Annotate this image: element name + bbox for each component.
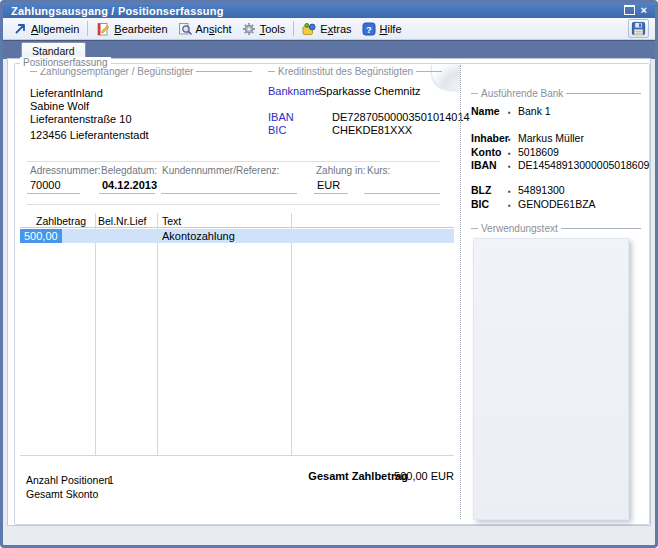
amount-cell-selected[interactable]: 500,00 <box>20 229 62 243</box>
restore-icon <box>624 5 635 15</box>
groupbox-title: Positionserfassung <box>20 57 111 68</box>
payee-city: 123456 Lieferantenstadt <box>30 129 149 141</box>
anzahl-positionen-value: 1 <box>108 474 114 486</box>
table-column-divider <box>291 213 292 455</box>
field-kurs[interactable]: Kurs: <box>364 165 440 194</box>
extras-box-icon <box>302 22 316 36</box>
gear-icon <box>242 22 256 36</box>
bank-row-bic: BIC GENODE61BZA <box>471 198 596 210</box>
divider <box>27 161 440 162</box>
bullet-icon <box>508 184 511 196</box>
svg-text:?: ? <box>366 23 372 34</box>
save-button[interactable] <box>628 19 649 38</box>
payee-bank-legend: Kreditinstitut des Begünstigten <box>268 66 442 77</box>
bank-row-name: Name Bank 1 <box>471 105 551 117</box>
table-row-selected[interactable]: 500,00 Akontozahlung <box>20 229 454 243</box>
bullet-icon <box>508 198 511 210</box>
payee-contact: Sabine Wolf <box>30 100 89 112</box>
iban-value: DE72870500003501014014 <box>332 111 470 123</box>
arrow-up-right-icon <box>14 22 27 35</box>
menu-allgemein[interactable]: Allgemein <box>9 20 84 37</box>
toolbar-separator <box>87 21 88 36</box>
edit-note-icon <box>96 22 110 36</box>
gesamt-skonto-label: Gesamt Skonto <box>26 488 98 500</box>
payee-street: Lieferantenstraße 10 <box>30 113 132 125</box>
table-column-divider <box>95 213 96 455</box>
menu-tools[interactable]: Tools <box>237 20 291 38</box>
payee-name: LieferantInland <box>30 87 103 99</box>
menu-bearbeiten[interactable]: Bearbeiten <box>91 20 172 38</box>
gesamt-zahlbetrag-value: 500,00 EUR <box>354 470 454 482</box>
column-header-zahlbetrag[interactable]: Zahlbetrag <box>36 215 86 227</box>
menu-toolbar: Allgemein Bearbeiten Ansicht Tools Extra… <box>3 18 655 40</box>
ausfuehrende-bank-legend: Ausführende Bank <box>471 88 641 99</box>
menu-ansicht[interactable]: Ansicht <box>173 20 237 38</box>
column-header-bel-nr-lief[interactable]: Bel.Nr.Lief <box>98 215 146 227</box>
table-column-divider <box>157 213 158 455</box>
help-icon: ? <box>362 22 376 36</box>
toolbar-separator <box>293 21 294 36</box>
app-window: Zahlungsausgang / Positionserfassung × A… <box>0 0 658 548</box>
bank-row-blz: BLZ 54891300 <box>471 184 565 196</box>
bank-row-konto: Konto 5018609 <box>471 146 559 158</box>
table-header-divider <box>20 227 454 228</box>
close-icon: × <box>641 4 647 16</box>
panel-separator <box>460 65 461 519</box>
divider <box>27 204 440 205</box>
bankname-label: Bankname <box>268 85 321 97</box>
content-area: Positionserfassung Zahlungsempfänger / B… <box>7 58 651 526</box>
iban-label: IBAN <box>268 111 294 123</box>
verwendungstext-input[interactable] <box>473 238 629 520</box>
table-bottom-divider <box>20 455 454 456</box>
menu-extras[interactable]: Extras <box>297 20 356 38</box>
bic-label: BIC <box>268 124 286 136</box>
close-button[interactable]: × <box>641 5 647 16</box>
field-kundennummer-referenz[interactable]: Kundennummer/Referenz: <box>161 165 297 194</box>
title-bar: Zahlungsausgang / Positionserfassung × <box>3 3 655 18</box>
field-zahlung-in[interactable]: Zahlung in: EUR <box>314 165 348 194</box>
bullet-icon <box>508 159 511 171</box>
anzahl-positionen-label: Anzahl Positionen <box>26 474 110 486</box>
bullet-icon <box>508 132 511 144</box>
bank-row-iban: IBAN DE14548913000005018609 <box>471 159 649 171</box>
floppy-disk-icon <box>631 21 646 36</box>
field-adressnummer[interactable]: Adressnummer: 70000 <box>27 165 80 194</box>
menu-hilfe[interactable]: ? Hilfe <box>357 20 407 38</box>
bic-value: CHEKDE81XXX <box>332 124 412 136</box>
window-title: Zahlungsausgang / Positionserfassung <box>3 5 224 17</box>
bankname-value: Sparkasse Chemnitz <box>319 85 421 97</box>
bank-row-inhaber: Inhaber Markus Müller <box>471 132 584 144</box>
field-belegdatum[interactable]: Belegdatum: 04.12.2013 <box>99 165 155 194</box>
bullet-icon <box>508 146 511 158</box>
magnifier-document-icon <box>178 22 192 36</box>
column-header-text[interactable]: Text <box>162 215 181 227</box>
restore-button[interactable] <box>624 5 635 17</box>
bullet-icon <box>508 105 511 117</box>
row-text-cell[interactable]: Akontozahlung <box>162 229 235 243</box>
verwendungstext-legend: Verwendungstext <box>471 223 641 234</box>
